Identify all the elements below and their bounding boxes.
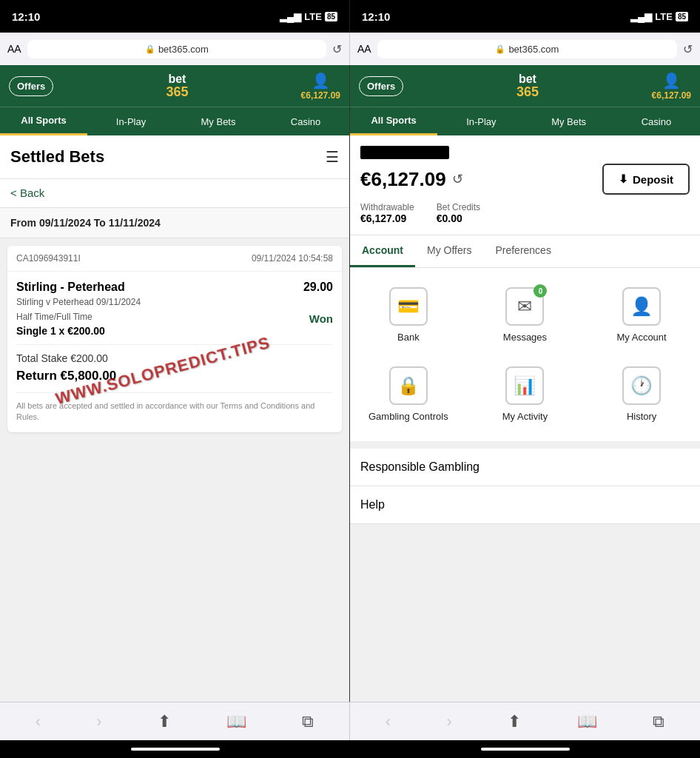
url-bar-right[interactable]: 🔒 bet365.com	[377, 40, 677, 58]
messages-badge: 0	[534, 284, 547, 298]
status-icons-right: ▂▄▆ LTE 85	[630, 11, 688, 22]
tab-casino-right[interactable]: Casino	[613, 107, 700, 135]
signal-icon-left: ▂▄▆	[280, 11, 301, 22]
bet-card-body: Stirling - Peterhead 29.00 Stirling v Pe…	[7, 272, 342, 432]
status-icons-left: ▂▄▆ LTE 85	[280, 11, 337, 22]
right-panel: Offers bet 365 👤 €6,127.09 All Sports In…	[350, 65, 700, 702]
account-tabs: Account My Offers Preferences	[350, 235, 700, 268]
grid-item-my-account[interactable]: 👤 My Account	[583, 275, 700, 355]
tab-casino-left[interactable]: Casino	[262, 107, 349, 135]
tab-in-play-right[interactable]: In-Play	[437, 107, 525, 135]
grid-item-bank[interactable]: 💳 Bank	[350, 275, 467, 355]
balance-refresh-icon[interactable]: ↺	[452, 171, 463, 187]
tab-my-bets-left[interactable]: My Bets	[175, 107, 262, 135]
nav-tabs-right: All Sports In-Play My Bets Casino	[350, 107, 700, 135]
logo-bet-right: bet	[519, 73, 536, 85]
bet-credits-label: Bet Credits	[437, 202, 480, 212]
my-account-icon: 👤	[630, 296, 653, 317]
menu-item-help[interactable]: Help	[350, 486, 700, 524]
balance-text-right: €6,127.09	[652, 90, 691, 101]
grid-item-history[interactable]: 🕐 History	[583, 355, 700, 434]
deposit-btn[interactable]: ⬇ Deposit	[602, 164, 690, 195]
grid-item-gambling-controls[interactable]: 🔒 Gambling Controls	[350, 355, 467, 434]
lte-label-left: LTE	[304, 11, 322, 22]
tab-in-play-left[interactable]: In-Play	[87, 107, 175, 135]
time-right: 12:10	[362, 10, 390, 23]
nav-header-right: Offers bet 365 👤 €6,127.09	[350, 65, 700, 107]
bet-card-header: CA1096943911I 09/11/2024 10:54:58	[7, 246, 342, 272]
gambling-controls-icon-wrap: 🔒	[389, 366, 428, 405]
my-account-icon-wrap: 👤	[622, 287, 661, 326]
tab-my-bets-right[interactable]: My Bets	[525, 107, 613, 135]
back-btn[interactable]: < Back	[10, 187, 44, 199]
aa-text-left[interactable]: AA	[7, 43, 21, 55]
share-btn-right[interactable]: ⬆	[503, 708, 525, 736]
gambling-controls-icon: 🔒	[397, 375, 420, 396]
my-activity-label: My Activity	[502, 411, 548, 422]
bet-stake: Total Stake €200.00	[16, 344, 333, 364]
grid-item-my-activity[interactable]: 📊 My Activity	[467, 355, 584, 434]
account-balance-section: €6,127.09 ↺ ⬇ Deposit Withdrawable €6,12…	[350, 135, 700, 235]
forward-btn-left[interactable]: ›	[92, 708, 106, 736]
messages-icon: ✉	[517, 296, 532, 317]
balance-main-row: €6,127.09 ↺ ⬇ Deposit	[360, 164, 690, 195]
url-bar-left[interactable]: 🔒 bet365.com	[27, 40, 326, 58]
bookmarks-btn-left[interactable]: 📖	[222, 708, 251, 736]
left-panel: Offers bet 365 👤 €6,127.09 All Sports In…	[0, 65, 350, 702]
my-activity-icon-wrap: 📊	[505, 366, 544, 405]
my-account-label: My Account	[617, 332, 667, 343]
share-btn-left[interactable]: ⬆	[153, 708, 175, 736]
account-btn-right[interactable]: 👤 €6,127.09	[652, 72, 691, 101]
gambling-controls-label: Gambling Controls	[368, 411, 448, 422]
tabs-btn-right[interactable]: ⧉	[648, 708, 669, 736]
aa-text-right[interactable]: AA	[357, 43, 371, 55]
bet-disclaimer: All bets are accepted and settled in acc…	[16, 392, 333, 423]
stake-value: €200.00	[70, 352, 108, 364]
refresh-btn-right[interactable]: ↺	[683, 42, 693, 56]
forward-btn-right[interactable]: ›	[442, 708, 457, 736]
tab-all-sports-left[interactable]: All Sports	[0, 107, 87, 135]
bet365-logo-right: bet 365	[516, 73, 539, 98]
bet-card: CA1096943911I 09/11/2024 10:54:58 Stirli…	[7, 246, 342, 432]
account-tab-account[interactable]: Account	[350, 235, 415, 267]
menu-item-responsible-gambling[interactable]: Responsible Gambling	[350, 449, 700, 486]
url-text-left: bet365.com	[158, 44, 209, 55]
bet365-logo-left: bet 365	[166, 73, 188, 98]
bank-icon: 💳	[397, 296, 420, 317]
bet-result-row: Half Time/Full Time Won	[16, 312, 333, 325]
messages-label: Messages	[503, 332, 547, 343]
logo-num-right: 365	[516, 85, 539, 98]
date-range: From 09/11/2024 To 11/11/2024	[0, 208, 349, 238]
tab-all-sports-right[interactable]: All Sports	[350, 107, 437, 135]
my-activity-icon: 📊	[514, 375, 536, 396]
account-tab-preferences[interactable]: Preferences	[483, 235, 562, 267]
back-btn-left[interactable]: ‹	[31, 708, 45, 736]
home-bar-left	[131, 748, 220, 751]
menu-icon[interactable]: ☰	[326, 148, 339, 166]
refresh-btn-left[interactable]: ↺	[332, 42, 342, 56]
bet-match: Stirling - Peterhead	[16, 281, 125, 294]
bottom-nav: ‹ › ⬆ 📖 ⧉ ‹ › ⬆ 📖 ⧉	[0, 702, 700, 740]
return-value: €5,800.00	[61, 369, 117, 383]
bank-icon-wrap: 💳	[389, 287, 428, 326]
time-left: 12:10	[12, 10, 40, 23]
offers-btn-right[interactable]: Offers	[359, 76, 403, 96]
account-tab-my-offers[interactable]: My Offers	[415, 235, 483, 267]
bet-type: Single 1 x €200.00	[16, 325, 333, 337]
person-icon-left: 👤	[312, 72, 330, 90]
tabs-btn-left[interactable]: ⧉	[297, 708, 318, 736]
left-panel-content: Settled Bets ☰ < Back From 09/11/2024 To…	[0, 135, 349, 702]
return-label: Return	[16, 369, 57, 383]
account-btn-left[interactable]: 👤 €6,127.09	[301, 72, 340, 101]
bookmarks-btn-right[interactable]: 📖	[573, 708, 602, 736]
offers-btn-left[interactable]: Offers	[9, 76, 53, 96]
deposit-icon: ⬇	[619, 172, 628, 186]
back-btn-right[interactable]: ‹	[381, 708, 395, 736]
nav-tabs-left: All Sports In-Play My Bets Casino	[0, 107, 349, 135]
bet-id: CA1096943911I	[16, 253, 81, 264]
grid-item-messages[interactable]: ✉ 0 Messages	[467, 275, 584, 355]
deposit-label: Deposit	[633, 173, 673, 186]
browser-bar: AA 🔒 bet365.com ↺ AA 🔒 bet365.com ↺	[0, 33, 700, 65]
bottom-nav-right: ‹ › ⬆ 📖 ⧉	[350, 702, 700, 740]
url-text-right: bet365.com	[508, 44, 559, 55]
